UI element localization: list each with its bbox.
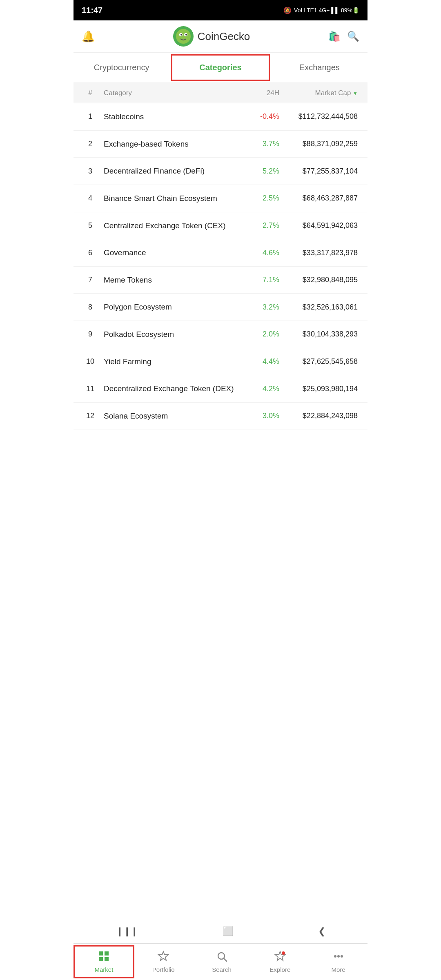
row-24h: 4.6% [234,249,279,257]
row-category: Exchange-based Tokens [100,139,234,149]
row-num: 2 [80,140,100,148]
row-24h: 5.2% [234,167,279,176]
row-marketcap: $30,104,338,293 [279,330,361,339]
row-category: Governance [100,247,234,258]
status-icons: 🔕 VoI LTE1 4G+ ▌▌ 89%🔋 [283,7,359,14]
svg-point-3 [180,34,182,36]
row-category: Meme Tokens [100,275,234,285]
row-marketcap: $32,526,163,061 [279,303,361,312]
row-24h: 2.7% [234,221,279,230]
table-row[interactable]: 6 Governance 4.6% $33,317,823,978 [74,239,368,267]
row-24h: 3.0% [234,412,279,420]
row-num: 1 [80,112,100,121]
table-row[interactable]: 2 Exchange-based Tokens 3.7% $88,371,092… [74,131,368,158]
signal-icons: VoI LTE1 4G+ ▌▌ 89%🔋 [294,7,359,13]
table-row[interactable]: 4 Binance Smart Chain Ecosystem 2.5% $68… [74,185,368,212]
status-time: 11:47 [82,6,102,15]
row-24h: 4.4% [234,357,279,366]
row-category: Yield Farming [100,356,234,367]
row-category: Solana Ecosystem [100,411,234,421]
tab-cryptocurrency[interactable]: Cryptocurrency [74,56,169,80]
row-num: 12 [80,412,100,420]
row-category: Binance Smart Chain Ecosystem [100,193,234,204]
row-24h: 3.2% [234,303,279,312]
tab-categories[interactable]: Categories [171,54,270,81]
table-row[interactable]: 10 Yield Farming 4.4% $27,625,545,658 [74,348,368,376]
row-num: 7 [80,276,100,284]
table-row[interactable]: 9 Polkadot Ecosystem 2.0% $30,104,338,29… [74,321,368,348]
row-24h: 2.0% [234,330,279,339]
table-row[interactable]: 5 Centralized Exchange Token (CEX) 2.7% … [74,212,368,240]
table-header: # Category 24H Market Cap ▼ [74,83,368,103]
row-24h: 2.5% [234,194,279,203]
logo-gecko-icon [173,26,194,47]
col-header-category: Category [100,89,234,97]
row-category: Polkadot Ecosystem [100,329,234,340]
header-actions: 🛍️ 🔍 [328,31,359,42]
row-num: 5 [80,221,100,230]
col-header-24h: 24H [234,89,279,97]
search-icon[interactable]: 🔍 [347,31,359,42]
row-category: Decentralized Finance (DeFi) [100,166,234,176]
row-num: 3 [80,167,100,176]
row-num: 10 [80,357,100,366]
row-category: Polygon Ecosystem [100,302,234,312]
row-num: 11 [80,385,100,393]
notification-icon[interactable]: 🔔 [82,30,95,43]
row-marketcap: $22,884,243,098 [279,412,361,420]
row-24h: 4.2% [234,385,279,393]
sort-arrow-icon[interactable]: ▼ [353,91,358,96]
mute-icon: 🔕 [283,7,292,14]
row-category: Centralized Exchange Token (CEX) [100,220,234,231]
table-row[interactable]: 7 Meme Tokens 7.1% $32,980,848,095 [74,267,368,294]
categories-table: 1 Stablecoins -0.4% $112,732,444,508 2 E… [74,103,368,495]
app-header: 🔔 CoinGecko 🛍️ 🔍 [74,20,368,53]
app-name: CoinGecko [198,30,250,43]
svg-point-4 [185,34,187,36]
col-header-num: # [80,89,100,97]
row-marketcap: $112,732,444,508 [279,112,361,121]
row-marketcap: $33,317,823,978 [279,249,361,257]
row-category: Stablecoins [100,111,234,122]
app-logo: CoinGecko [173,26,250,47]
row-marketcap: $77,255,837,104 [279,167,361,176]
table-row[interactable]: 11 Decentralized Exchange Token (DEX) 4.… [74,375,368,403]
cart-icon[interactable]: 🛍️ [328,31,341,42]
row-num: 4 [80,194,100,203]
row-marketcap: $64,591,942,063 [279,221,361,230]
row-num: 9 [80,330,100,339]
row-24h: 3.7% [234,140,279,148]
status-bar: 11:47 🔕 VoI LTE1 4G+ ▌▌ 89%🔋 [74,0,368,20]
col-header-marketcap: Market Cap ▼ [279,89,361,97]
table-row[interactable]: 1 Stablecoins -0.4% $112,732,444,508 [74,103,368,131]
table-row[interactable]: 12 Solana Ecosystem 3.0% $22,884,243,098 [74,403,368,430]
row-24h: -0.4% [234,112,279,121]
table-row[interactable]: 8 Polygon Ecosystem 3.2% $32,526,163,061 [74,294,368,321]
row-marketcap: $88,371,092,259 [279,140,361,148]
tab-navigation: Cryptocurrency Categories Exchanges [74,53,368,83]
row-24h: 7.1% [234,276,279,284]
table-row[interactable]: 3 Decentralized Finance (DeFi) 5.2% $77,… [74,158,368,185]
svg-point-0 [176,29,191,44]
row-num: 8 [80,303,100,312]
row-num: 6 [80,249,100,257]
row-category: Decentralized Exchange Token (DEX) [100,383,234,394]
row-marketcap: $32,980,848,095 [279,276,361,284]
tab-exchanges[interactable]: Exchanges [272,56,368,80]
row-marketcap: $27,625,545,658 [279,357,361,366]
row-marketcap: $68,463,287,887 [279,194,361,203]
row-marketcap: $25,093,980,194 [279,385,361,393]
